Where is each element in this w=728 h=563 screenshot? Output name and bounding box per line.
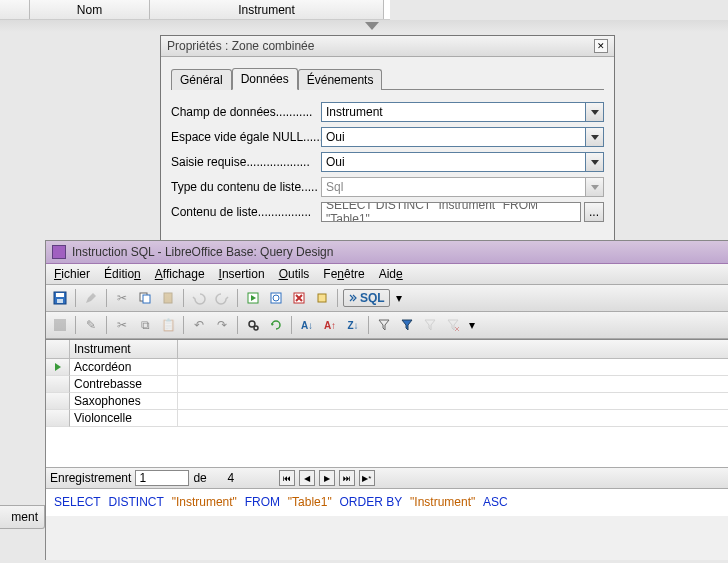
nav-last-icon[interactable]: ⏭ xyxy=(339,470,355,486)
svg-rect-11 xyxy=(54,319,66,331)
menu-view[interactable]: Affichage xyxy=(155,267,205,281)
tab-general[interactable]: Général xyxy=(171,69,232,90)
chevron-down-icon[interactable] xyxy=(586,152,604,172)
menu-tools[interactable]: Outils xyxy=(279,267,310,281)
clear-icon[interactable] xyxy=(312,288,332,308)
column-header-instrument[interactable]: Instrument xyxy=(150,0,384,19)
nav-next-icon[interactable]: ▶ xyxy=(319,470,335,486)
window-titlebar[interactable]: Instruction SQL - LibreOffice Base: Quer… xyxy=(46,241,728,264)
redo-icon xyxy=(212,288,232,308)
menu-edit[interactable]: Édition xyxy=(104,267,141,281)
save-icon[interactable] xyxy=(50,288,70,308)
refresh-blue-icon[interactable] xyxy=(266,288,286,308)
cut-icon: ✂ xyxy=(112,288,132,308)
tab-events[interactable]: Événements xyxy=(298,69,383,90)
row-selector-header xyxy=(0,0,30,19)
grid-column-header[interactable]: Instrument xyxy=(70,340,178,359)
grid-cell[interactable]: Accordéon xyxy=(70,359,178,376)
menu-help[interactable]: Aide xyxy=(379,267,403,281)
undo-icon xyxy=(189,288,209,308)
svg-rect-10 xyxy=(318,294,326,302)
paste-icon xyxy=(158,288,178,308)
grid-cell[interactable]: Contrebasse xyxy=(70,376,178,393)
save-icon xyxy=(50,315,70,335)
row-marker[interactable] xyxy=(46,376,70,393)
chevron-down-icon[interactable] xyxy=(586,102,604,122)
nav-new-icon[interactable]: ▶* xyxy=(359,470,375,486)
redo-icon: ↷ xyxy=(212,315,232,335)
cut-icon: ✂ xyxy=(112,315,132,335)
svg-point-13 xyxy=(254,326,258,330)
record-current-input[interactable]: 1 xyxy=(135,470,189,486)
grid-cell[interactable]: Violoncelle xyxy=(70,410,178,427)
app-icon xyxy=(52,245,66,259)
chevron-down-icon xyxy=(586,177,604,197)
chevron-down-icon[interactable] xyxy=(586,127,604,147)
data-field-combo[interactable]: Instrument xyxy=(321,102,586,122)
toolbar-2: ✎ ✂ ⧉ 📋 ↶ ↷ A↓ A↑ Z↓ ▾ xyxy=(46,312,728,339)
refresh-icon[interactable] xyxy=(266,315,286,335)
filter-auto-icon[interactable] xyxy=(374,315,394,335)
menu-window[interactable]: Fenêtre xyxy=(323,267,364,281)
close-icon[interactable]: ✕ xyxy=(594,39,608,53)
list-content-combo[interactable]: SELECT DISTINCT "Instrument" FROM "Table… xyxy=(321,202,581,222)
nav-first-icon[interactable]: ⏮ xyxy=(279,470,295,486)
chevron-down-icon[interactable]: ▾ xyxy=(466,315,478,335)
sort-asc-icon[interactable]: A↓ xyxy=(297,315,317,335)
filter-standard-icon[interactable] xyxy=(397,315,417,335)
list-type-combo: Sql xyxy=(321,177,586,197)
record-nav-bar: Enregistrement 1 de 4 ⏮ ◀ ▶ ⏭ ▶* xyxy=(46,467,728,489)
sort-desc-icon[interactable]: Z↓ xyxy=(343,315,363,335)
label-required: Saisie requise................... xyxy=(171,155,321,169)
chevron-down-icon[interactable]: ▾ xyxy=(393,288,405,308)
row-marker[interactable] xyxy=(46,359,70,376)
svg-rect-5 xyxy=(164,293,172,303)
label-list-type: Type du contenu de liste..... xyxy=(171,180,321,194)
record-label: Enregistrement xyxy=(50,471,131,485)
run-stop-icon[interactable] xyxy=(289,288,309,308)
grid-cell[interactable]: Saxophones xyxy=(70,393,178,410)
left-fragment-tab: ment xyxy=(0,505,45,529)
row-header-corner xyxy=(46,340,70,359)
paste-icon: 📋 xyxy=(158,315,178,335)
record-of: de xyxy=(193,471,206,485)
current-row-icon xyxy=(55,363,61,371)
toolbar-1: ✂ SQL ▾ xyxy=(46,285,728,312)
sort-az-icon[interactable]: A↑ xyxy=(320,315,340,335)
column-header-row: Nom Instrument xyxy=(0,0,390,20)
dialog-titlebar[interactable]: Propriétés : Zone combinée ✕ xyxy=(161,36,614,57)
label-list-content: Contenu de liste................ xyxy=(171,205,321,219)
menu-bar: Fichier Édition Affichage Insertion Outi… xyxy=(46,264,728,285)
sql-view-toggle[interactable]: SQL xyxy=(343,289,390,307)
undo-icon: ↶ xyxy=(189,315,209,335)
required-combo[interactable]: Oui xyxy=(321,152,586,172)
tab-strip: Général Données Événements xyxy=(171,67,604,90)
row-marker[interactable] xyxy=(46,410,70,427)
record-total: 4 xyxy=(211,471,251,485)
run-refresh-icon[interactable] xyxy=(243,288,263,308)
label-null: Espace vide égale NULL...... xyxy=(171,130,321,144)
menu-file[interactable]: Fichier xyxy=(54,267,90,281)
window-title: Instruction SQL - LibreOffice Base: Quer… xyxy=(72,245,333,259)
menu-insert[interactable]: Insertion xyxy=(219,267,265,281)
filter-icon xyxy=(420,315,440,335)
dialog-title: Propriétés : Zone combinée xyxy=(167,39,594,53)
properties-dialog: Propriétés : Zone combinée ✕ Général Don… xyxy=(160,35,615,242)
null-combo[interactable]: Oui xyxy=(321,127,586,147)
copy-icon: ⧉ xyxy=(135,315,155,335)
query-design-window: Instruction SQL - LibreOffice Base: Quer… xyxy=(45,240,728,560)
svg-rect-1 xyxy=(56,293,64,297)
copy-icon[interactable] xyxy=(135,288,155,308)
result-grid: Instrument Accordéon Contrebasse Saxopho… xyxy=(46,339,728,516)
grid-blank-header xyxy=(178,340,728,359)
svg-rect-4 xyxy=(143,295,150,303)
find-icon[interactable] xyxy=(243,315,263,335)
nav-prev-icon[interactable]: ◀ xyxy=(299,470,315,486)
more-button[interactable]: ... xyxy=(584,202,604,222)
tab-data[interactable]: Données xyxy=(232,68,298,90)
row-marker[interactable] xyxy=(46,393,70,410)
sql-editor[interactable]: SELECT DISTINCT "Instrument" FROM "Table… xyxy=(46,489,728,516)
svg-rect-2 xyxy=(57,299,63,303)
column-header-nom[interactable]: Nom xyxy=(30,0,150,19)
label-data-field: Champ de données........... xyxy=(171,105,321,119)
